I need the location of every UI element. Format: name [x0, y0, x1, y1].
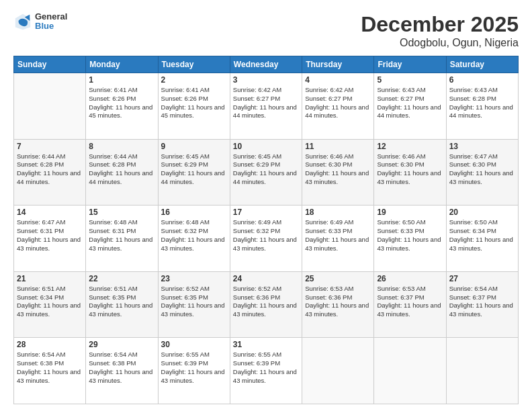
day-info: Sunrise: 6:43 AM Sunset: 6:28 PM Dayligh…: [449, 86, 515, 120]
col-sunday: Sunday: [14, 56, 86, 73]
table-row: 22Sunrise: 6:51 AM Sunset: 6:35 PM Dayli…: [86, 271, 158, 338]
day-number: 21: [17, 274, 83, 283]
day-number: 4: [305, 75, 371, 85]
day-number: 24: [233, 274, 299, 283]
table-row: 8Sunrise: 6:44 AM Sunset: 6:28 PM Daylig…: [86, 139, 158, 205]
day-number: 5: [377, 75, 443, 85]
day-number: 12: [377, 142, 443, 151]
col-wednesday: Wednesday: [230, 56, 302, 73]
col-friday: Friday: [374, 56, 446, 73]
day-info: Sunrise: 6:48 AM Sunset: 6:31 PM Dayligh…: [89, 218, 154, 253]
day-number: 25: [305, 274, 371, 283]
day-info: Sunrise: 6:44 AM Sunset: 6:28 PM Dayligh…: [17, 152, 83, 187]
day-info: Sunrise: 6:46 AM Sunset: 6:30 PM Dayligh…: [377, 152, 443, 187]
table-row: 24Sunrise: 6:52 AM Sunset: 6:36 PM Dayli…: [230, 271, 302, 338]
day-info: Sunrise: 6:55 AM Sunset: 6:39 PM Dayligh…: [161, 351, 227, 385]
logo-icon: [13, 12, 32, 31]
table-row: 13Sunrise: 6:47 AM Sunset: 6:30 PM Dayli…: [446, 139, 518, 205]
day-number: 18: [305, 208, 371, 217]
day-info: Sunrise: 6:53 AM Sunset: 6:37 PM Dayligh…: [377, 285, 443, 319]
table-row: 18Sunrise: 6:49 AM Sunset: 6:33 PM Dayli…: [302, 205, 374, 272]
day-info: Sunrise: 6:52 AM Sunset: 6:35 PM Dayligh…: [161, 285, 227, 319]
day-info: Sunrise: 6:52 AM Sunset: 6:36 PM Dayligh…: [233, 285, 299, 319]
day-number: 11: [305, 142, 371, 151]
table-row: 10Sunrise: 6:45 AM Sunset: 6:29 PM Dayli…: [230, 139, 302, 205]
logo-blue: Blue: [35, 21, 67, 31]
day-info: Sunrise: 6:41 AM Sunset: 6:26 PM Dayligh…: [89, 86, 154, 120]
day-info: Sunrise: 6:50 AM Sunset: 6:33 PM Dayligh…: [377, 218, 443, 253]
day-number: 3: [233, 75, 299, 85]
day-number: 23: [161, 274, 227, 283]
calendar-week-row: 7Sunrise: 6:44 AM Sunset: 6:28 PM Daylig…: [14, 139, 519, 205]
table-row: 25Sunrise: 6:53 AM Sunset: 6:36 PM Dayli…: [302, 271, 374, 338]
day-number: 28: [17, 340, 83, 349]
day-number: 1: [89, 75, 154, 85]
day-info: Sunrise: 6:44 AM Sunset: 6:28 PM Dayligh…: [89, 152, 154, 187]
table-row: [374, 338, 446, 404]
day-number: 20: [449, 208, 515, 217]
day-info: Sunrise: 6:51 AM Sunset: 6:35 PM Dayligh…: [89, 285, 154, 319]
day-info: Sunrise: 6:43 AM Sunset: 6:27 PM Dayligh…: [377, 86, 443, 120]
table-row: 26Sunrise: 6:53 AM Sunset: 6:37 PM Dayli…: [374, 271, 446, 338]
day-info: Sunrise: 6:48 AM Sunset: 6:32 PM Dayligh…: [161, 218, 227, 253]
table-row: 6Sunrise: 6:43 AM Sunset: 6:28 PM Daylig…: [446, 73, 518, 140]
table-row: [446, 338, 518, 404]
day-info: Sunrise: 6:53 AM Sunset: 6:36 PM Dayligh…: [305, 285, 371, 319]
table-row: 11Sunrise: 6:46 AM Sunset: 6:30 PM Dayli…: [302, 139, 374, 205]
table-row: 19Sunrise: 6:50 AM Sunset: 6:33 PM Dayli…: [374, 205, 446, 272]
table-row: 4Sunrise: 6:42 AM Sunset: 6:27 PM Daylig…: [302, 73, 374, 140]
day-number: 8: [89, 142, 154, 151]
logo-text: General Blue: [35, 12, 67, 32]
day-number: 22: [89, 274, 154, 283]
table-row: 3Sunrise: 6:42 AM Sunset: 6:27 PM Daylig…: [230, 73, 302, 140]
day-info: Sunrise: 6:42 AM Sunset: 6:27 PM Dayligh…: [233, 86, 299, 120]
table-row: 28Sunrise: 6:54 AM Sunset: 6:38 PM Dayli…: [14, 338, 86, 404]
table-row: 12Sunrise: 6:46 AM Sunset: 6:30 PM Dayli…: [374, 139, 446, 205]
logo-general: General: [35, 12, 67, 21]
table-row: 30Sunrise: 6:55 AM Sunset: 6:39 PM Dayli…: [158, 338, 230, 404]
table-row: 15Sunrise: 6:48 AM Sunset: 6:31 PM Dayli…: [86, 205, 158, 272]
day-number: 16: [161, 208, 227, 217]
day-info: Sunrise: 6:45 AM Sunset: 6:29 PM Dayligh…: [161, 152, 227, 187]
day-info: Sunrise: 6:54 AM Sunset: 6:38 PM Dayligh…: [89, 351, 154, 385]
day-info: Sunrise: 6:51 AM Sunset: 6:34 PM Dayligh…: [17, 285, 83, 319]
day-number: 15: [89, 208, 154, 217]
calendar-subtitle: Odogbolu, Ogun, Nigeria: [361, 37, 519, 49]
table-row: 7Sunrise: 6:44 AM Sunset: 6:28 PM Daylig…: [14, 139, 86, 205]
calendar-header-row: Sunday Monday Tuesday Wednesday Thursday…: [14, 56, 519, 73]
calendar-week-row: 28Sunrise: 6:54 AM Sunset: 6:38 PM Dayli…: [14, 338, 519, 404]
table-row: 1Sunrise: 6:41 AM Sunset: 6:26 PM Daylig…: [86, 73, 158, 140]
calendar-week-row: 1Sunrise: 6:41 AM Sunset: 6:26 PM Daylig…: [14, 73, 519, 140]
day-number: 17: [233, 208, 299, 217]
day-number: 2: [161, 75, 227, 85]
day-info: Sunrise: 6:49 AM Sunset: 6:33 PM Dayligh…: [305, 218, 371, 253]
page: General Blue December 2025 Odogbolu, Ogu…: [0, 0, 532, 411]
day-info: Sunrise: 6:42 AM Sunset: 6:27 PM Dayligh…: [305, 86, 371, 120]
table-row: 27Sunrise: 6:54 AM Sunset: 6:37 PM Dayli…: [446, 271, 518, 338]
day-number: 6: [449, 75, 515, 85]
day-info: Sunrise: 6:46 AM Sunset: 6:30 PM Dayligh…: [305, 152, 371, 187]
table-row: 23Sunrise: 6:52 AM Sunset: 6:35 PM Dayli…: [158, 271, 230, 338]
day-number: 14: [17, 208, 83, 217]
day-info: Sunrise: 6:47 AM Sunset: 6:30 PM Dayligh…: [449, 152, 515, 187]
day-number: 26: [377, 274, 443, 283]
day-info: Sunrise: 6:45 AM Sunset: 6:29 PM Dayligh…: [233, 152, 299, 187]
day-number: 27: [449, 274, 515, 283]
day-info: Sunrise: 6:50 AM Sunset: 6:34 PM Dayligh…: [449, 218, 515, 253]
table-row: 14Sunrise: 6:47 AM Sunset: 6:31 PM Dayli…: [14, 205, 86, 272]
day-info: Sunrise: 6:55 AM Sunset: 6:39 PM Dayligh…: [233, 351, 299, 385]
col-monday: Monday: [86, 56, 158, 73]
table-row: 16Sunrise: 6:48 AM Sunset: 6:32 PM Dayli…: [158, 205, 230, 272]
table-row: [14, 73, 86, 140]
day-number: 31: [233, 340, 299, 349]
calendar-week-row: 21Sunrise: 6:51 AM Sunset: 6:34 PM Dayli…: [14, 271, 519, 338]
col-thursday: Thursday: [302, 56, 374, 73]
day-number: 7: [17, 142, 83, 151]
day-info: Sunrise: 6:47 AM Sunset: 6:31 PM Dayligh…: [17, 218, 83, 253]
day-info: Sunrise: 6:41 AM Sunset: 6:26 PM Dayligh…: [161, 86, 227, 120]
table-row: 2Sunrise: 6:41 AM Sunset: 6:26 PM Daylig…: [158, 73, 230, 140]
day-number: 29: [89, 340, 154, 349]
header: General Blue December 2025 Odogbolu, Ogu…: [13, 12, 519, 49]
day-info: Sunrise: 6:49 AM Sunset: 6:32 PM Dayligh…: [233, 218, 299, 253]
col-saturday: Saturday: [446, 56, 518, 73]
